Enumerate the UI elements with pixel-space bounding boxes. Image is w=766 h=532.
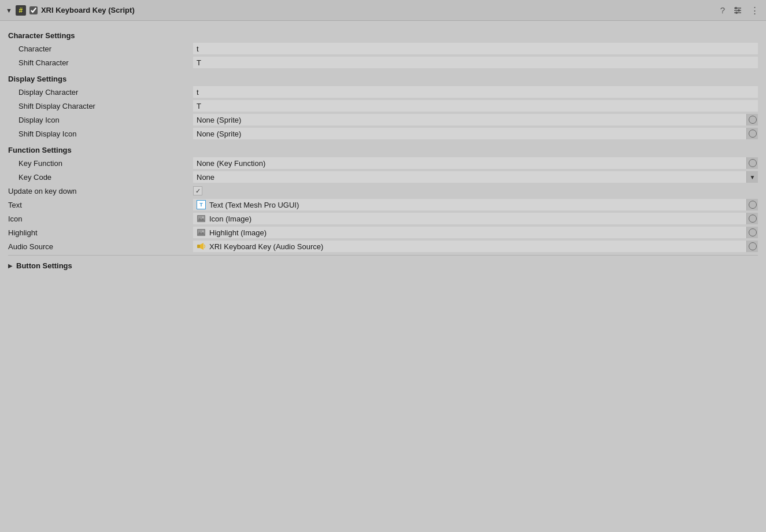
display-character-field-row: Display Character [8, 86, 758, 98]
display-icon-label: Display Icon [8, 116, 193, 124]
component-enable-checkbox[interactable] [29, 6, 38, 14]
shift-character-value [193, 57, 758, 68]
shift-character-label: Shift Character [8, 58, 193, 67]
svg-point-3 [735, 7, 737, 9]
circle-icon [749, 242, 757, 250]
icon-value: Icon (Image) [193, 213, 758, 224]
shift-display-icon-field[interactable]: None (Sprite) [193, 128, 758, 139]
highlight-image-icon [197, 228, 206, 237]
highlight-object-field[interactable]: Highlight (Image) [193, 227, 758, 238]
text-select-button[interactable] [746, 199, 758, 210]
key-code-label: Key Code [8, 173, 193, 182]
display-icon-text: None (Sprite) [193, 116, 746, 124]
character-field-row: Character [8, 42, 758, 55]
tmp-icon: T [197, 200, 206, 209]
collapse-arrow-icon[interactable]: ▼ [6, 7, 12, 14]
key-function-label: Key Function [8, 159, 193, 168]
text-label: Text [8, 201, 193, 209]
audio-source-label: Audio Source [8, 242, 193, 251]
shift-display-icon-text: None (Sprite) [193, 130, 746, 138]
svg-point-5 [735, 12, 738, 14]
circle-icon [749, 201, 757, 209]
display-character-value [193, 86, 758, 98]
audio-source-object-field[interactable]: XRI Keyboard Key (Audio Source) [193, 241, 758, 252]
shift-display-character-field-row: Shift Display Character [8, 99, 758, 112]
highlight-field-row: Highlight Highlight (Image) [8, 226, 758, 239]
display-character-label: Display Character [8, 88, 193, 97]
shift-display-icon-value: None (Sprite) [193, 128, 758, 139]
shift-display-character-label: Shift Display Character [8, 102, 193, 110]
key-function-select-button[interactable] [746, 157, 758, 169]
shift-character-input[interactable] [193, 57, 758, 68]
highlight-value: Highlight (Image) [193, 227, 758, 238]
key-function-field-row: Key Function None (Key Function) [8, 157, 758, 169]
preset-button[interactable] [732, 5, 743, 16]
text-field-text: T Text (Text Mesh Pro UGUI) [193, 200, 746, 209]
shift-display-character-input[interactable] [193, 100, 758, 112]
svg-point-13 [202, 231, 204, 232]
circle-icon [749, 130, 757, 138]
function-settings-header: Function Settings [8, 141, 758, 157]
svg-marker-15 [200, 243, 203, 250]
circle-icon [749, 159, 757, 167]
key-function-field[interactable]: None (Key Function) [193, 157, 758, 169]
character-settings-header: Character Settings [8, 27, 758, 42]
display-icon-value: None (Sprite) [193, 114, 758, 125]
svg-point-9 [202, 217, 204, 219]
circle-icon [749, 215, 757, 223]
highlight-field-text: Highlight (Image) [193, 228, 746, 237]
help-button[interactable]: ? [719, 4, 726, 16]
sliders-icon [733, 6, 742, 15]
inspector-panel: ▼ # XRI Keyboard Key (Script) ? ⋮ C [0, 0, 766, 532]
icon-field-text: Icon (Image) [193, 214, 746, 223]
key-function-text: None (Key Function) [193, 159, 746, 168]
shift-display-icon-field-row: Shift Display Icon None (Sprite) [8, 127, 758, 140]
display-icon-field-row: Display Icon None (Sprite) [8, 113, 758, 126]
component-title: XRI Keyboard Key (Script) [41, 6, 716, 14]
key-code-field-row: Key Code None ▼ [8, 171, 758, 183]
character-label: Character [8, 45, 193, 53]
audio-source-field-text: XRI Keyboard Key (Audio Source) [193, 242, 746, 251]
shift-display-icon-select-button[interactable] [746, 128, 758, 139]
icon-field-row: Icon Icon (Image) [8, 212, 758, 225]
shift-display-character-value [193, 100, 758, 112]
header-actions: ? ⋮ [719, 4, 760, 17]
icon-select-button[interactable] [746, 213, 758, 224]
circle-icon [749, 228, 757, 237]
icon-label: Icon [8, 215, 193, 223]
key-function-value: None (Key Function) [193, 157, 758, 169]
divider [8, 255, 758, 256]
update-on-key-down-checkbox[interactable]: ✓ [193, 186, 202, 195]
shift-character-field-row: Shift Character [8, 56, 758, 69]
text-field-row: Text T Text (Text Mesh Pro UGUI) [8, 198, 758, 211]
display-icon-field[interactable]: None (Sprite) [193, 114, 758, 125]
audio-source-select-button[interactable] [746, 241, 758, 252]
highlight-select-button[interactable] [746, 227, 758, 238]
button-settings-label: Button Settings [16, 261, 72, 270]
update-on-key-down-value: ✓ [193, 186, 758, 195]
display-character-input[interactable] [193, 86, 758, 98]
character-input[interactable] [193, 43, 758, 54]
key-code-text: None [193, 173, 746, 182]
key-code-dropdown[interactable]: None ▼ [193, 171, 758, 183]
update-on-key-down-row: Update on key down ✓ [8, 184, 758, 197]
content-area: Character Settings Character Shift Chara… [0, 21, 766, 279]
shift-display-icon-label: Shift Display Icon [8, 130, 193, 138]
button-settings-expand-arrow: ▶ [8, 263, 13, 269]
svg-point-4 [738, 9, 740, 12]
display-icon-select-button[interactable] [746, 114, 758, 125]
component-header: ▼ # XRI Keyboard Key (Script) ? ⋮ [0, 0, 766, 21]
text-object-field[interactable]: T Text (Text Mesh Pro UGUI) [193, 199, 758, 210]
image-icon [197, 214, 206, 223]
icon-object-field[interactable]: Icon (Image) [193, 213, 758, 224]
audio-icon [197, 242, 206, 251]
button-settings-row[interactable]: ▶ Button Settings [8, 258, 758, 274]
svg-rect-14 [197, 245, 200, 248]
display-settings-header: Display Settings [8, 70, 758, 86]
key-code-dropdown-arrow[interactable]: ▼ [746, 171, 758, 183]
text-value: T Text (Text Mesh Pro UGUI) [193, 199, 758, 210]
context-menu-button[interactable]: ⋮ [749, 4, 760, 17]
key-code-value: None ▼ [193, 171, 758, 183]
audio-source-value: XRI Keyboard Key (Audio Source) [193, 241, 758, 252]
character-value [193, 43, 758, 54]
